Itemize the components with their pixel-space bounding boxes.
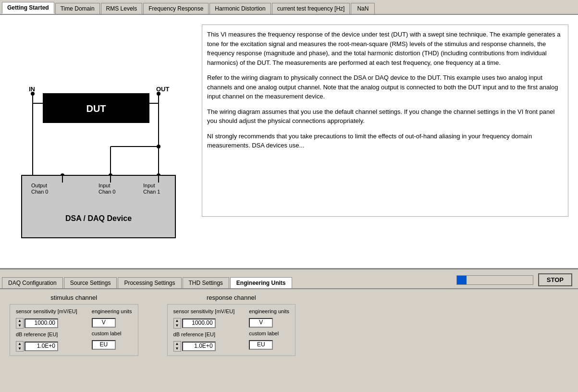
tab-thd-settings[interactable]: THD Settings [183, 277, 229, 288]
tab-current-test-frequency[interactable]: current test frequency [Hz] [272, 3, 350, 14]
tab-nan[interactable]: NaN [351, 3, 375, 14]
device-label: DSA / DAQ Device [65, 214, 132, 222]
tab-processing-settings[interactable]: Processing Settings [118, 277, 181, 288]
description-p1: This VI measures the frequency response … [207, 30, 563, 67]
response-channel-inner: sensor sensitivity [mV/EU] ▲ ▼ 1000.00 d… [167, 304, 296, 356]
response-custom-label-value[interactable]: EU [249, 340, 273, 350]
progress-bar-fill [457, 276, 467, 284]
main-content-area: IN OUT DUT [0, 15, 578, 270]
response-db-ref-input: ▲ ▼ 1.0E+0 [173, 341, 235, 352]
response-sensitivity-input: ▲ ▼ 1000.00 [173, 318, 235, 329]
description-p4: NI strongly recommends that you take pre… [207, 132, 563, 150]
stimulus-sensitivity-spinner[interactable]: ▲ ▼ [16, 318, 24, 329]
stop-btn-container: STOP [453, 271, 576, 288]
response-sensitivity-spinner[interactable]: ▲ ▼ [173, 318, 181, 329]
response-sensitivity-value[interactable]: 1000.00 [182, 318, 216, 328]
response-custom-label-label: custom label [249, 331, 289, 336]
response-eu-value[interactable]: V [249, 318, 273, 328]
stimulus-sensitivity-label: sensor sensitivity [mV/EU] [16, 308, 77, 314]
response-sensitivity-up[interactable]: ▲ [174, 318, 181, 323]
stimulus-sensitivity-down[interactable]: ▼ [16, 323, 23, 328]
stimulus-channel-group: stimulus channel sensor sensitivity [mV/… [10, 294, 138, 356]
output-chan-label: Output [31, 183, 47, 188]
tab-daq-configuration[interactable]: DAQ Configuration [2, 277, 63, 288]
input-chan1-label: Input [143, 183, 155, 188]
response-db-ref-value[interactable]: 1.0E+0 [182, 342, 216, 351]
top-tab-bar: Getting Started Time Domain RMS Levels F… [0, 0, 578, 15]
response-eu-label: engineering units [249, 308, 289, 314]
stimulus-custom-label-label: custom label [92, 331, 132, 336]
wiring-diagram: IN OUT DUT [10, 24, 192, 258]
stop-button[interactable]: STOP [538, 273, 572, 286]
description-p2: Refer to the wiring diagram to physicall… [207, 73, 563, 101]
bottom-tab-bar: DAQ Configuration Source Settings Proces… [0, 270, 578, 289]
stimulus-left-fields: sensor sensitivity [mV/EU] ▲ ▼ 1000.00 d… [16, 308, 77, 352]
response-db-ref-spinner[interactable]: ▲ ▼ [173, 341, 181, 352]
svg-text:Chan 0: Chan 0 [98, 189, 115, 195]
tab-getting-started[interactable]: Getting Started [2, 2, 54, 14]
bottom-section: DAQ Configuration Source Settings Proces… [0, 270, 578, 380]
stimulus-channel-inner: sensor sensitivity [mV/EU] ▲ ▼ 1000.00 d… [10, 304, 138, 356]
response-right-fields: engineering units V custom label EU [249, 308, 289, 352]
stimulus-eu-value[interactable]: V [92, 318, 116, 328]
tab-time-domain[interactable]: Time Domain [55, 3, 100, 14]
response-db-ref-label: dB reference [EU] [173, 331, 235, 337]
in-label: IN [29, 86, 35, 93]
response-db-ref-up[interactable]: ▲ [174, 342, 181, 346]
stimulus-db-ref-spinner[interactable]: ▲ ▼ [16, 341, 24, 352]
progress-bar [456, 275, 533, 285]
response-sensitivity-down[interactable]: ▼ [174, 323, 181, 328]
svg-text:Chan 1: Chan 1 [143, 189, 160, 195]
tab-rms-levels[interactable]: RMS Levels [101, 3, 143, 14]
response-channel-group: response channel sensor sensitivity [mV/… [167, 294, 296, 356]
engineering-units-content: stimulus channel sensor sensitivity [mV/… [0, 289, 578, 361]
stimulus-db-ref-up[interactable]: ▲ [16, 342, 23, 346]
input-chan0-label: Input [98, 183, 110, 188]
stimulus-db-ref-down[interactable]: ▼ [16, 346, 23, 351]
stimulus-custom-label-value[interactable]: EU [92, 340, 116, 350]
stimulus-right-fields: engineering units V custom label EU [92, 308, 132, 352]
description-p3: The wiring diagram assumes that you use … [207, 107, 563, 126]
stimulus-eu-label: engineering units [92, 308, 132, 314]
stimulus-sensitivity-input: ▲ ▼ 1000.00 [16, 318, 77, 329]
stimulus-db-ref-value[interactable]: 1.0E+0 [25, 342, 58, 351]
tab-harmonic-distortion[interactable]: Harmonic Distortion [209, 3, 271, 14]
stimulus-db-ref-label: dB reference [EU] [16, 331, 77, 337]
response-channel-label: response channel [167, 294, 296, 301]
stimulus-db-ref-input: ▲ ▼ 1.0E+0 [16, 341, 77, 352]
response-db-ref-down[interactable]: ▼ [174, 346, 181, 351]
dut-label: DUT [86, 103, 106, 114]
tab-frequency-response[interactable]: Frequency Response [143, 3, 209, 14]
response-sensitivity-label: sensor sensitivity [mV/EU] [173, 308, 235, 314]
svg-text:Chan 0: Chan 0 [31, 189, 48, 195]
tab-source-settings[interactable]: Source Settings [64, 277, 117, 288]
out-label: OUT [156, 86, 170, 93]
description-panel[interactable]: This VI measures the frequency response … [202, 24, 568, 217]
response-left-fields: sensor sensitivity [mV/EU] ▲ ▼ 1000.00 d… [173, 308, 235, 352]
stimulus-sensitivity-value[interactable]: 1000.00 [25, 318, 58, 328]
tab-engineering-units[interactable]: Engineering Units [230, 277, 292, 288]
stimulus-sensitivity-up[interactable]: ▲ [16, 318, 23, 323]
stimulus-channel-label: stimulus channel [10, 294, 138, 301]
